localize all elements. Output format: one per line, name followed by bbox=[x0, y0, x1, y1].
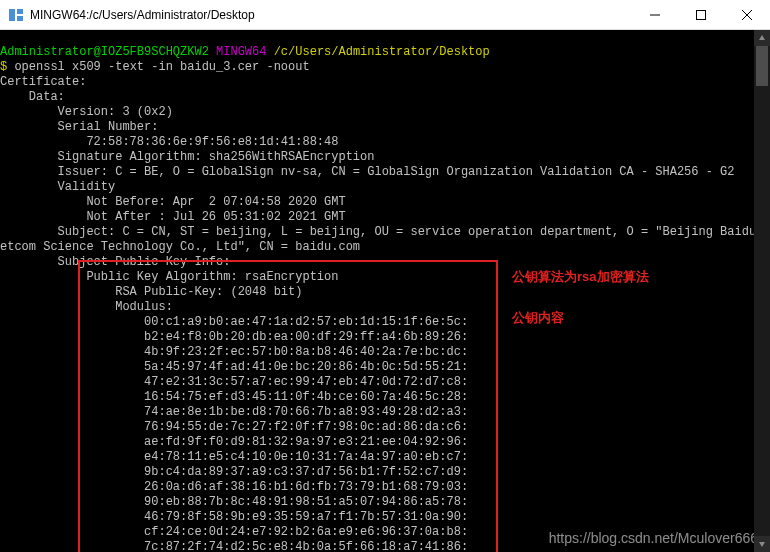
output-line: Subject Public Key Info: bbox=[0, 255, 230, 269]
modulus-line: 26:0a:d6:af:38:16:b1:6d:fb:73:79:b1:68:7… bbox=[0, 480, 468, 494]
command-line: $ openssl x509 -text -in baidu_3.cer -no… bbox=[0, 60, 310, 74]
svg-rect-1 bbox=[17, 9, 23, 14]
output-line: Version: 3 (0x2) bbox=[0, 105, 173, 119]
modulus-line: 47:e2:31:3c:57:a7:ec:99:47:eb:47:0d:72:d… bbox=[0, 375, 468, 389]
modulus-line: 16:54:75:ef:d3:45:11:0f:4b:ce:60:7a:46:5… bbox=[0, 390, 468, 404]
minimize-button[interactable] bbox=[632, 0, 678, 29]
scrollbar-vertical bbox=[754, 30, 770, 552]
modulus-line: b2:e4:f8:0b:20:db:ea:00:df:29:ff:a4:6b:8… bbox=[0, 330, 468, 344]
output-line: Data: bbox=[0, 90, 65, 104]
svg-marker-7 bbox=[759, 35, 765, 40]
window-controls bbox=[632, 0, 770, 29]
window-title: MINGW64:/c/Users/Administrator/Desktop bbox=[30, 8, 632, 22]
output-line: Issuer: C = BE, O = GlobalSign nv-sa, CN… bbox=[0, 165, 735, 179]
window-titlebar: MINGW64:/c/Users/Administrator/Desktop bbox=[0, 0, 770, 30]
modulus-line: 4b:9f:23:2f:ec:57:b0:8a:b8:46:40:2a:7e:b… bbox=[0, 345, 468, 359]
output-line: Modulus: bbox=[0, 300, 173, 314]
scrollbar-thumb[interactable] bbox=[756, 46, 768, 86]
modulus-line: 9b:c4:da:89:37:a9:c3:37:d7:56:b1:7f:52:c… bbox=[0, 465, 468, 479]
app-icon bbox=[8, 7, 24, 23]
modulus-line: 74:ae:8e:1b:be:d8:70:66:7b:a8:93:49:28:d… bbox=[0, 405, 468, 419]
prompt-path: /c/Users/Administrator/Desktop bbox=[274, 45, 490, 59]
prompt-line: Administrator@IOZ5FB9SCHQZKW2 MINGW64 /c… bbox=[0, 45, 490, 59]
output-line: Not After : Jul 26 05:31:02 2021 GMT bbox=[0, 210, 346, 224]
modulus-line: 90:eb:88:7b:8c:48:91:98:51:a5:07:94:86:a… bbox=[0, 495, 468, 509]
output-line: Certificate: bbox=[0, 75, 86, 89]
modulus-line: ae:fd:9f:f0:d9:81:32:9a:97:e3:21:ee:04:9… bbox=[0, 435, 468, 449]
modulus-line: 00:c1:a9:b0:ae:47:1a:d2:57:eb:1d:15:1f:6… bbox=[0, 315, 468, 329]
modulus-line: 5a:45:97:4f:ad:41:0e:bc:20:86:4b:0c:5d:5… bbox=[0, 360, 468, 374]
modulus-line: 46:79:8f:58:9b:e9:35:59:a7:f1:7b:57:31:0… bbox=[0, 510, 468, 524]
modulus-line: 7c:87:2f:74:d2:5c:e8:4b:0a:5f:66:18:a7:4… bbox=[0, 540, 468, 552]
command-text: openssl x509 -text -in baidu_3.cer -noou… bbox=[14, 60, 309, 74]
scroll-up-button[interactable] bbox=[754, 30, 770, 46]
annotation-algorithm: 公钥算法为rsa加密算法 bbox=[512, 269, 649, 284]
scroll-down-button[interactable] bbox=[754, 536, 770, 552]
terminal-area[interactable]: Administrator@IOZ5FB9SCHQZKW2 MINGW64 /c… bbox=[0, 30, 770, 552]
output-line: Serial Number: bbox=[0, 120, 158, 134]
svg-rect-2 bbox=[17, 16, 23, 21]
output-line: Subject: C = CN, ST = beijing, L = beiji… bbox=[0, 225, 770, 239]
modulus-line: cf:24:ce:0d:24:e7:92:b2:6a:e9:e6:96:37:0… bbox=[0, 525, 468, 539]
modulus-line: 76:94:55:de:7c:27:f2:0f:f7:98:0c:ad:86:d… bbox=[0, 420, 468, 434]
annotation-content: 公钥内容 bbox=[512, 310, 564, 325]
close-button[interactable] bbox=[724, 0, 770, 29]
output-line: RSA Public-Key: (2048 bit) bbox=[0, 285, 302, 299]
prompt-user-host: Administrator@IOZ5FB9SCHQZKW2 bbox=[0, 45, 209, 59]
modulus-line: e4:78:11:e5:c4:10:0e:10:31:7a:4a:97:a0:e… bbox=[0, 450, 468, 464]
output-line: Not Before: Apr 2 07:04:58 2020 GMT bbox=[0, 195, 346, 209]
svg-marker-8 bbox=[759, 542, 765, 547]
svg-rect-0 bbox=[9, 9, 15, 21]
maximize-button[interactable] bbox=[678, 0, 724, 29]
output-line: Validity bbox=[0, 180, 115, 194]
output-line: 72:58:78:36:6e:9f:56:e8:1d:41:88:48 bbox=[0, 135, 338, 149]
output-line: etcom Science Technology Co., Ltd", CN =… bbox=[0, 240, 360, 254]
watermark-text: https://blog.csdn.net/Mculover666 bbox=[549, 531, 758, 546]
svg-rect-4 bbox=[697, 10, 706, 19]
output-line: Signature Algorithm: sha256WithRSAEncryp… bbox=[0, 150, 374, 164]
output-line: Public Key Algorithm: rsaEncryption bbox=[0, 270, 338, 284]
prompt-env: MINGW64 bbox=[216, 45, 266, 59]
